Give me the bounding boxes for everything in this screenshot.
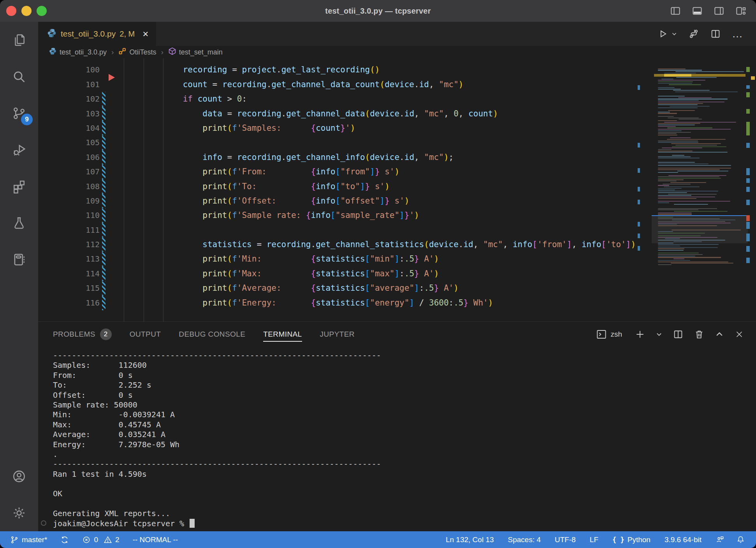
terminal-line: Sample rate: 50000 — [53, 400, 756, 410]
terminal-line: Average: 0.035241 A — [53, 430, 756, 439]
tab-test-otii[interactable]: test_otii_3.0.py 2, M × — [38, 22, 156, 46]
sidebar-item-search[interactable] — [0, 58, 38, 95]
shell-label[interactable]: zsh — [610, 330, 622, 339]
close-tab-icon[interactable]: × — [142, 29, 148, 39]
line-number: 105 — [38, 135, 100, 150]
code-line[interactable]: 106 info = recording.get_channel_info(de… — [38, 150, 756, 165]
eol-setting[interactable]: LF — [590, 536, 598, 544]
feedback-status[interactable] — [716, 535, 724, 544]
panel-tab-problems[interactable]: PROBLEMS2 — [53, 322, 112, 347]
customize-layout-icon[interactable] — [735, 5, 747, 17]
toggle-panel-icon[interactable] — [691, 5, 703, 17]
code-line[interactable]: 112 statistics = recording.get_channel_s… — [38, 237, 756, 252]
code-line[interactable]: 102 if count > 0: — [38, 92, 756, 106]
breadcrumb-file[interactable]: test_otii_3.0.py — [49, 47, 107, 57]
maximize-panel-icon[interactable] — [715, 330, 724, 339]
code-line[interactable]: 104 print(f'Samples: {count}') — [38, 121, 756, 135]
code-line[interactable]: 110 print(f'Sample rate: {info["sample_r… — [38, 208, 756, 223]
notifications-status[interactable] — [736, 535, 745, 544]
panel-tab-jupyter[interactable]: JUPYTER — [320, 322, 355, 347]
sidebar-item-extensions[interactable] — [0, 168, 38, 205]
code-line[interactable]: 116 print(f'Energy: {statistics["energy"… — [38, 296, 756, 310]
code-line[interactable]: 105 — [38, 135, 756, 150]
encoding-setting[interactable]: UTF-8 — [555, 536, 576, 544]
terminal-output[interactable]: ----------------------------------------… — [38, 347, 756, 531]
problems-status[interactable]: 0 2 — [82, 536, 119, 544]
code-line[interactable]: 109 print(f'Offset: {info["offset"]} s') — [38, 194, 756, 208]
overview-git-block — [746, 234, 750, 241]
code-line[interactable]: 100 recording = project.get_last_recordi… — [38, 63, 756, 77]
overview-git-block — [746, 122, 750, 135]
cursor-position[interactable]: Ln 132, Col 13 — [446, 536, 494, 544]
bottom-panel: PROBLEMS2OUTPUTDEBUG CONSOLETERMINALJUPY… — [38, 321, 756, 531]
sidebar-item-account[interactable] — [0, 458, 38, 495]
panel-tab-output[interactable]: OUTPUT — [130, 322, 161, 347]
problems-badge: 2 — [100, 328, 112, 340]
compare-changes-icon[interactable] — [688, 28, 699, 39]
code-editor[interactable]: 99100 recording = project.get_last_recor… — [38, 58, 756, 321]
line-number: 109 — [38, 194, 100, 208]
new-terminal-icon[interactable] — [635, 329, 645, 340]
indentation-setting[interactable]: Spaces: 4 — [508, 536, 541, 544]
python-interpreter[interactable]: 3.9.6 64-bit — [665, 536, 701, 544]
overview-git-block — [746, 246, 750, 252]
sidebar-item-notebook[interactable] — [0, 241, 38, 278]
panel-tab-debug-console[interactable]: DEBUG CONSOLE — [179, 322, 245, 347]
run-python-file-icon[interactable] — [657, 28, 677, 39]
panel-tab-terminal[interactable]: TERMINAL — [263, 322, 302, 347]
line-number: 111 — [38, 223, 100, 237]
split-editor-icon[interactable] — [710, 28, 721, 39]
terminal-line: Energy: 7.2978e-05 Wh — [53, 440, 756, 450]
sidebar-item-settings[interactable] — [0, 495, 38, 531]
sync-status[interactable] — [60, 536, 69, 544]
code-line[interactable]: 114 print(f'Max: {statistics["max"]:.5} … — [38, 267, 756, 281]
error-icon — [82, 536, 91, 544]
code-text: print(f'Max: {statistics["max"]:.5} A') — [124, 267, 439, 281]
minimap-slider[interactable] — [652, 215, 748, 243]
overview-git-block — [746, 143, 750, 148]
toggle-primary-sidebar-icon[interactable] — [670, 5, 681, 17]
git-modified-indicator — [102, 179, 105, 194]
notebook-icon — [12, 252, 26, 267]
python-file-icon — [47, 28, 57, 40]
line-number: 108 — [38, 179, 100, 194]
code-line[interactable]: 107 print(f'From: {info["from"]} s') — [38, 165, 756, 179]
minimap-git-decorations — [746, 67, 750, 266]
language-mode-icon: { } — [612, 536, 624, 544]
tab-dirty-indicator: 2, M — [120, 30, 135, 39]
code-line[interactable]: 99 — [38, 58, 756, 63]
code-line[interactable]: 101 count = recording.get_channel_data_c… — [38, 77, 756, 92]
language-mode[interactable]: { } Python — [612, 536, 651, 544]
breadcrumb-class[interactable]: OtiiTests — [118, 47, 156, 57]
terminal-line: Samples: 112600 — [53, 360, 756, 370]
terminal-line: Offset: 0 s — [53, 390, 756, 400]
sidebar-item-run-debug[interactable] — [0, 132, 38, 168]
source-control-badge: 9 — [21, 114, 33, 125]
toggle-secondary-sidebar-icon[interactable] — [713, 5, 725, 17]
gear-icon — [12, 506, 26, 520]
terminal-line: . — [53, 450, 756, 459]
split-terminal-icon[interactable] — [673, 329, 684, 340]
overview-ruler-warning — [751, 76, 755, 80]
breadcrumb-method[interactable]: test_set_main — [168, 47, 223, 57]
terminal-dropdown-icon[interactable] — [656, 331, 663, 338]
code-line[interactable]: 111 — [38, 223, 756, 237]
kill-terminal-icon[interactable] — [694, 329, 705, 340]
minimap[interactable] — [654, 67, 745, 266]
breadcrumb: test_otii_3.0.py › OtiiTests › test_set_… — [38, 46, 756, 58]
sidebar-item-testing[interactable] — [0, 205, 38, 241]
code-line[interactable]: 115 print(f'Average: {statistics["averag… — [38, 281, 756, 295]
panel-tab-label: JUPYTER — [320, 327, 355, 342]
terminal-prompt[interactable]: joakim@JockesAir tcpserver % — [53, 519, 756, 529]
code-text: print(f'From: {info["from"]} s') — [124, 165, 399, 179]
vim-mode-indicator[interactable]: -- NORMAL -- — [133, 536, 178, 544]
code-line[interactable]: 113 print(f'Min: {statistics["min"]:.5} … — [38, 252, 756, 266]
sidebar-item-explorer[interactable] — [0, 22, 38, 58]
git-branch-status[interactable]: master* — [10, 536, 47, 544]
sidebar-item-source-control[interactable]: 9 — [0, 95, 38, 132]
more-actions-icon[interactable]: … — [732, 30, 743, 38]
code-line[interactable]: 108 print(f'To: {info["to"]} s') — [38, 179, 756, 194]
code-line[interactable]: 103 data = recording.get_channel_data(de… — [38, 107, 756, 121]
vscode-window: test_otii_3.0.py — tcpserver 9 — [0, 0, 756, 548]
close-panel-icon[interactable] — [734, 329, 744, 339]
